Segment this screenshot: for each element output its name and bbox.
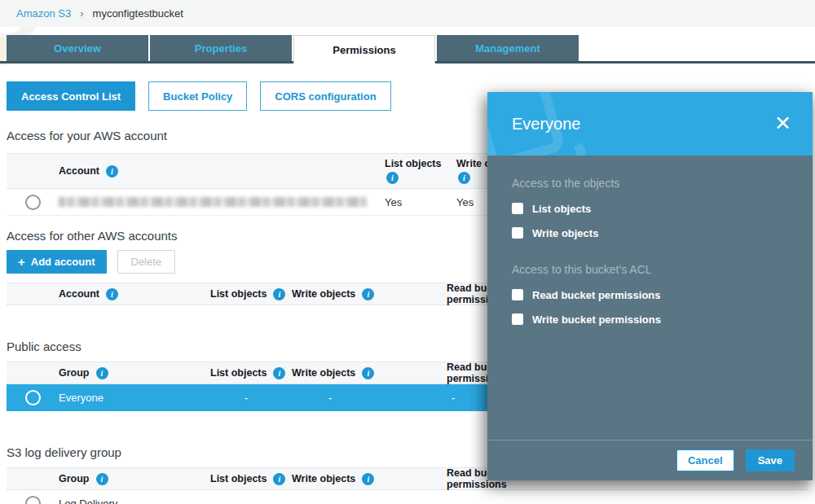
cancel-button[interactable]: Cancel <box>676 449 734 471</box>
log-delivery-list-objects-value: - <box>210 497 292 504</box>
cors-configuration-button[interactable]: CORS configuration <box>260 81 390 111</box>
tab-management[interactable]: Management <box>437 35 579 61</box>
plus-icon: + <box>18 255 25 269</box>
table-row-log-delivery[interactable]: Log Delivery - - - - <box>7 490 808 504</box>
write-objects-label: Write objects <box>532 227 598 239</box>
panel-body: Access to the objects List objects Write… <box>487 156 813 440</box>
info-icon[interactable]: i <box>362 367 374 379</box>
info-icon[interactable]: i <box>96 367 108 379</box>
tab-properties[interactable]: Properties <box>150 35 292 61</box>
bucket-acl-access-heading: Access to this bucket's ACL <box>512 263 788 276</box>
save-button[interactable]: Save <box>746 449 795 471</box>
delete-account-button[interactable]: Delete <box>117 250 176 274</box>
everyone-write-objects-value: - <box>292 392 447 404</box>
breadcrumb-separator-icon: › <box>80 7 83 20</box>
write-bucket-permissions-checkbox-row: Write bucket permissions <box>512 312 788 327</box>
info-icon[interactable]: i <box>273 473 285 485</box>
info-icon[interactable]: i <box>362 473 374 485</box>
read-bucket-permissions-label: Read bucket permissions <box>532 289 661 301</box>
close-icon[interactable]: ✕ <box>774 113 791 134</box>
tab-bar: Overview Properties Permissions Manageme… <box>0 35 815 64</box>
owner-account-radio[interactable] <box>25 195 41 210</box>
objects-access-heading: Access to the objects <box>512 177 788 190</box>
column-header-account: Account <box>59 288 99 300</box>
column-header-list-objects: List objects <box>210 288 267 300</box>
everyone-list-objects-value: - <box>210 392 292 404</box>
log-delivery-write-acp-value: - <box>569 497 808 504</box>
everyone-permissions-panel: Everyone ✕ Access to the objects List ob… <box>487 92 813 480</box>
info-icon[interactable]: i <box>106 288 118 300</box>
everyone-radio[interactable] <box>25 390 41 405</box>
info-icon[interactable]: i <box>386 172 399 184</box>
log-delivery-group-name: Log Delivery <box>59 497 210 504</box>
breadcrumb-amazon-s3-link[interactable]: Amazon S3 <box>16 7 71 20</box>
add-account-button[interactable]: + Add account <box>7 250 107 274</box>
access-control-list-button[interactable]: Access Control List <box>7 81 135 111</box>
everyone-group-name: Everyone <box>59 392 210 404</box>
add-account-label: Add account <box>31 256 95 268</box>
log-delivery-write-objects-value: - <box>292 497 447 504</box>
column-header-list-objects: List objects <box>210 367 267 379</box>
read-bucket-permissions-checkbox-row: Read bucket permissions <box>512 287 788 302</box>
panel-header: Everyone ✕ <box>487 92 813 156</box>
column-header-write-objects: Write objects <box>292 288 355 300</box>
column-header-account: Account <box>59 165 99 177</box>
list-objects-checkbox-row: List objects <box>512 201 788 216</box>
panel-footer: Cancel Save <box>487 440 813 480</box>
info-icon[interactable]: i <box>273 288 285 300</box>
column-header-list-objects: List objects <box>385 158 441 169</box>
info-icon[interactable]: i <box>96 473 108 485</box>
write-objects-checkbox[interactable] <box>512 227 523 239</box>
info-icon[interactable]: i <box>106 165 118 177</box>
info-icon[interactable]: i <box>273 367 285 379</box>
column-header-group: Group <box>59 473 90 484</box>
info-icon[interactable]: i <box>362 288 374 300</box>
read-bucket-permissions-checkbox[interactable] <box>512 289 523 300</box>
column-header-write-objects: Write objects <box>292 367 355 379</box>
log-delivery-read-permissions-value: - <box>447 497 569 504</box>
column-header-list-objects: List objects <box>210 473 267 484</box>
list-objects-label: List objects <box>532 203 591 215</box>
breadcrumb-current-bucket: myconfigtestbucket <box>93 7 183 20</box>
column-header-group: Group <box>59 367 90 379</box>
write-bucket-permissions-checkbox[interactable] <box>512 313 523 325</box>
account-id-redacted <box>59 197 367 207</box>
column-header-write-objects: Write objects <box>292 473 355 484</box>
info-icon[interactable]: i <box>458 172 470 184</box>
bucket-policy-button[interactable]: Bucket Policy <box>148 81 247 111</box>
list-objects-checkbox[interactable] <box>512 203 523 214</box>
write-objects-checkbox-row: Write objects <box>512 226 788 240</box>
tab-overview[interactable]: Overview <box>7 35 148 61</box>
breadcrumb: Amazon S3 › myconfigtestbucket <box>0 0 815 27</box>
panel-title: Everyone <box>512 115 581 134</box>
tab-permissions[interactable]: Permissions <box>293 35 435 64</box>
log-delivery-radio[interactable] <box>25 496 41 504</box>
owner-list-objects-value: Yes <box>385 196 456 208</box>
write-bucket-permissions-label: Write bucket permissions <box>532 313 661 326</box>
